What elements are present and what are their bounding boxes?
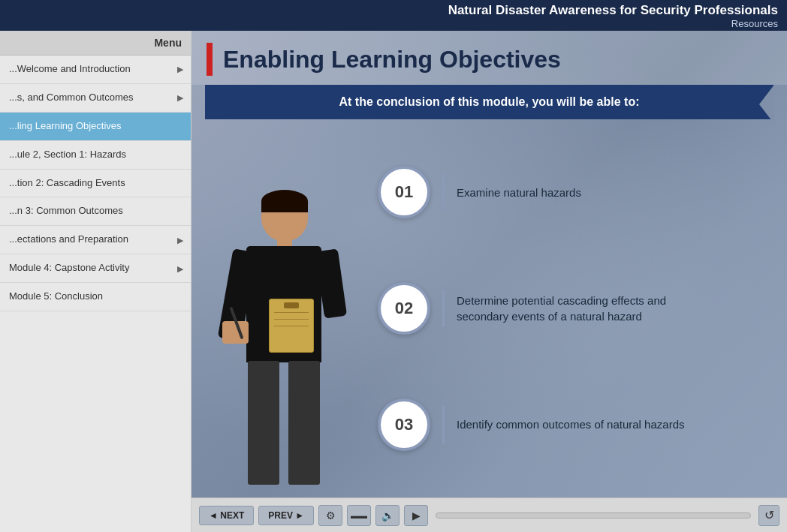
sidebar-item-label: ...s, and Common Outcomes xyxy=(9,92,133,104)
objective-item: 03Identify common outcomes of natural ha… xyxy=(378,398,773,451)
objective-number: 01 xyxy=(378,166,430,218)
sidebar-item-common-outcomes2[interactable]: ...n 3: Common Outcomes xyxy=(0,197,191,226)
sidebar-item-label: ...n 3: Common Outcomes xyxy=(9,205,123,218)
sidebar-header: Menu xyxy=(0,31,191,56)
captions-icon: ▬▬ xyxy=(351,511,367,520)
resources-link[interactable]: Resources xyxy=(9,18,778,29)
sidebar-nav: ...Welcome and Introduction▶...s, and Co… xyxy=(0,56,191,311)
sidebar-item-label: ...ling Learning Objectives xyxy=(9,120,122,133)
reset-icon: ↺ xyxy=(764,508,774,522)
sidebar-item-label: ...ule 2, Section 1: Hazards xyxy=(9,149,126,161)
slide-content: Enabling Learning Objectives At the conc… xyxy=(191,31,787,497)
sidebar-item-learning-objectives[interactable]: ...ling Learning Objectives xyxy=(0,113,191,141)
sidebar-item-label: Module 5: Conclusion xyxy=(9,290,103,303)
banner-text: At the conclusion of this module, you wi… xyxy=(220,95,758,109)
progress-bar[interactable] xyxy=(436,512,751,518)
objective-divider xyxy=(442,173,445,211)
sidebar-arrow-icon: ▶ xyxy=(177,64,183,74)
settings-icon: ⚙ xyxy=(326,509,336,521)
person-leg-left xyxy=(248,361,279,485)
sidebar-arrow-icon: ▶ xyxy=(177,92,183,103)
objective-divider xyxy=(442,290,445,327)
clipboard-line2 xyxy=(274,319,309,320)
slide-title-bar: Enabling Learning Objectives xyxy=(191,31,787,85)
volume-button[interactable]: 🔊 xyxy=(375,505,400,526)
main-area: Menu ...Welcome and Introduction▶...s, a… xyxy=(0,31,787,532)
objective-text: Identify common outcomes of natural haza… xyxy=(457,416,685,432)
objective-text: Examine natural hazards xyxy=(457,185,581,200)
person-leg-right xyxy=(288,361,320,485)
captions-button[interactable]: ▬▬ xyxy=(347,505,371,526)
objective-divider xyxy=(442,406,445,443)
sidebar-item-label: Module 4: Capstone Activity xyxy=(9,262,129,275)
settings-button[interactable]: ⚙ xyxy=(318,505,342,526)
objective-text: Determine potential cascading effects an… xyxy=(457,293,697,324)
sidebar-item-label: ...Welcome and Introduction xyxy=(9,63,131,76)
sidebar-arrow-icon: ▶ xyxy=(177,263,183,274)
bottom-controls: ◄ NEXT PREV ► ⚙ ▬▬ 🔊 ▶ ↺ xyxy=(191,497,787,532)
sidebar-item-capstone[interactable]: Module 4: Capstone Activity▶ xyxy=(0,254,191,283)
objectives-list: 01Examine natural hazards02Determine pot… xyxy=(363,127,773,490)
clipboard-line1 xyxy=(274,312,309,313)
slide-banner: At the conclusion of this module, you wi… xyxy=(205,85,773,119)
sidebar-item-welcome[interactable]: ...Welcome and Introduction▶ xyxy=(0,56,191,84)
next-button[interactable]: ◄ NEXT xyxy=(199,506,254,525)
clipboard-clip xyxy=(284,302,299,308)
top-header: Natural Disaster Awareness for Security … xyxy=(0,0,787,31)
course-title: Natural Disaster Awareness for Security … xyxy=(9,3,778,18)
sidebar-item-common-outcomes[interactable]: ...s, and Common Outcomes▶ xyxy=(0,84,191,113)
play-icon: ▶ xyxy=(412,509,421,521)
sidebar-item-conclusion[interactable]: Module 5: Conclusion xyxy=(0,283,191,311)
objective-item: 01Examine natural hazards xyxy=(378,166,773,218)
slide-title-accent xyxy=(207,43,213,76)
objectives-container: 01Examine natural hazards02Determine pot… xyxy=(191,119,787,497)
sidebar-item-label: ...tion 2: Cascading Events xyxy=(9,177,125,190)
play-button[interactable]: ▶ xyxy=(404,505,428,526)
sidebar: Menu ...Welcome and Introduction▶...s, a… xyxy=(0,31,191,532)
sidebar-arrow-icon: ▶ xyxy=(177,235,183,245)
slide-title: Enabling Learning Objectives xyxy=(223,46,561,74)
clipboard-line3 xyxy=(274,326,309,326)
reset-button[interactable]: ↺ xyxy=(758,505,779,526)
sidebar-item-hazards[interactable]: ...ule 2, Section 1: Hazards xyxy=(0,141,191,170)
content-area: Enabling Learning Objectives At the conc… xyxy=(191,31,787,532)
objective-item: 02Determine potential cascading effects … xyxy=(378,282,773,335)
prev-button[interactable]: PREV ► xyxy=(258,506,314,525)
sidebar-item-label: ...ectations and Preparation xyxy=(9,233,128,246)
person-clipboard xyxy=(269,299,314,353)
objective-number: 02 xyxy=(378,282,430,335)
sidebar-item-expectations[interactable]: ...ectations and Preparation▶ xyxy=(0,226,191,254)
person-illustration xyxy=(205,127,363,490)
sidebar-item-cascading-events[interactable]: ...tion 2: Cascading Events xyxy=(0,170,191,198)
volume-icon: 🔊 xyxy=(381,509,394,521)
objective-number: 03 xyxy=(378,398,430,451)
slide-area: Enabling Learning Objectives At the conc… xyxy=(191,31,787,497)
person-hair xyxy=(261,190,308,212)
person-figure xyxy=(209,190,359,490)
